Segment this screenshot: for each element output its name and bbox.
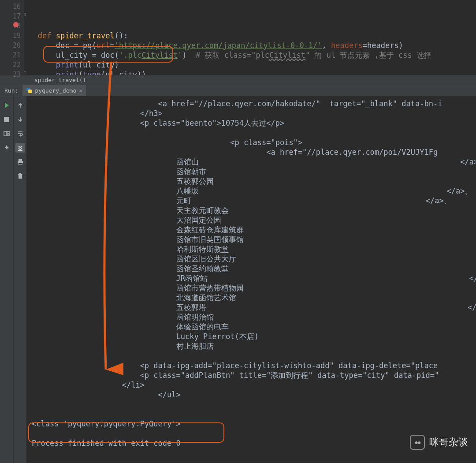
fold-icon[interactable]: ⊟ [24, 68, 26, 75]
scroll-end-icon[interactable] [15, 143, 25, 153]
code-content[interactable]: ⊟ ⊟ def spider_travel(): doc = pq(url='h… [24, 0, 476, 75]
line-number: 17 [0, 11, 21, 21]
soft-wrap-icon[interactable] [15, 129, 25, 138]
python-icon [26, 87, 32, 93]
print-icon[interactable] [15, 157, 25, 167]
code-editor[interactable]: 16 17 18 19 20 21 22 23 ⊟ ⊟ def spider_t… [0, 0, 476, 75]
svg-rect-6 [19, 163, 22, 164]
run-toolbar: Run: pyquery_demo × [0, 85, 476, 96]
svg-rect-7 [19, 175, 22, 179]
wechat-icon: ●● [410, 435, 425, 450]
run-tab[interactable]: pyquery_demo × [22, 85, 86, 96]
layout-icon[interactable] [2, 129, 11, 138]
svg-rect-2 [7, 131, 9, 133]
down-icon[interactable] [15, 115, 25, 124]
stop-button[interactable] [2, 115, 11, 124]
breakpoint-icon[interactable] [13, 22, 19, 27]
close-icon[interactable]: × [79, 87, 82, 94]
run-button[interactable] [2, 101, 11, 110]
line-gutter: 16 17 18 19 20 21 22 23 [0, 0, 24, 75]
line-number: 16 [0, 2, 21, 11]
console-controls [13, 96, 26, 463]
run-tab-label: pyquery_demo [35, 87, 76, 94]
trash-icon[interactable] [15, 171, 25, 181]
breadcrumb[interactable]: spider_travel() [0, 75, 476, 85]
line-number: 21 [0, 50, 21, 60]
console-output[interactable]: <a href="//place.qyer.com/hakodate/" tar… [26, 96, 476, 463]
svg-rect-8 [18, 174, 22, 175]
svg-rect-4 [19, 159, 22, 161]
fold-icon[interactable]: ⊟ [24, 10, 26, 19]
annotation-highlight [43, 46, 173, 63]
up-icon[interactable] [15, 101, 25, 110]
svg-rect-3 [7, 134, 9, 136]
svg-rect-1 [4, 131, 6, 136]
run-label: Run: [0, 87, 22, 94]
svg-rect-9 [19, 173, 21, 174]
watermark-text: 咪哥杂谈 [429, 436, 468, 449]
line-number: 22 [0, 60, 21, 70]
line-number: 23 [0, 70, 21, 79]
line-number: 19 [0, 31, 21, 41]
pin-icon[interactable] [2, 143, 11, 153]
line-number: 20 [0, 41, 21, 50]
svg-rect-0 [4, 117, 9, 122]
annotation-highlight [28, 422, 224, 443]
run-controls [0, 96, 13, 463]
watermark: ●● 咪哥杂谈 [410, 435, 468, 450]
console-panel: <a href="//place.qyer.com/hakodate/" tar… [0, 96, 476, 463]
